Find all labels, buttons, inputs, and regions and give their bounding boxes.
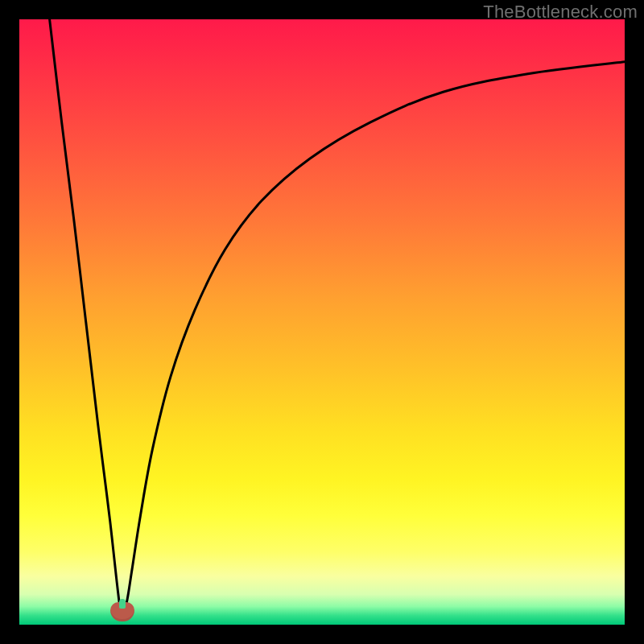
curve-left-branch xyxy=(50,19,122,618)
curve-right-branch xyxy=(122,62,625,619)
bottleneck-curve xyxy=(19,19,625,625)
chart-frame: TheBottleneck.com xyxy=(0,0,644,644)
plot-area xyxy=(19,19,625,625)
